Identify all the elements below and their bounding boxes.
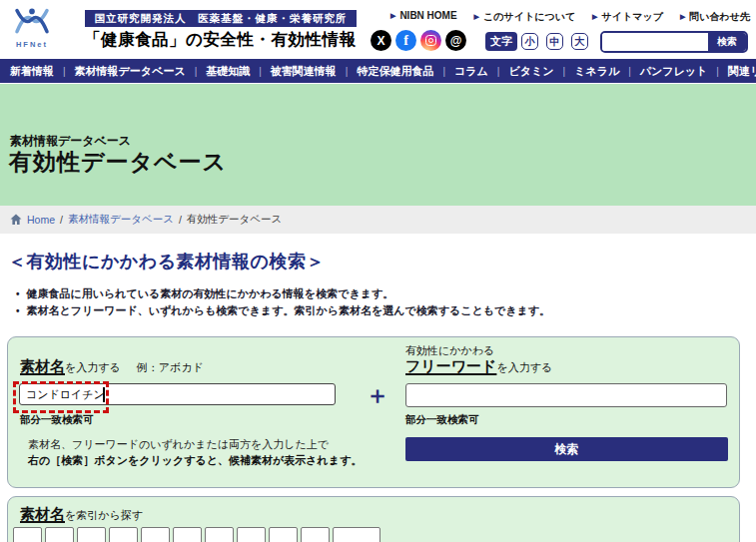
breadcrumb-link-0[interactable]: Home — [27, 214, 55, 226]
freeword-input[interactable] — [405, 383, 727, 407]
header-search: 検索 — [600, 31, 748, 53]
top-links: NIBN HOMEこのサイトについてサイトマップ問い合わせ先 — [390, 10, 750, 24]
nav-item-4[interactable]: 特定保健用食品 — [357, 64, 433, 79]
text-caret — [103, 387, 105, 402]
index-cell-0[interactable] — [13, 527, 42, 542]
nav-item-5[interactable]: コラム — [454, 64, 488, 79]
x-icon[interactable]: X — [371, 30, 391, 51]
top-link-0[interactable]: NIBN HOME — [390, 10, 457, 24]
org-banner: 国立研究開発法人 医薬基盤・健康・栄養研究所 — [85, 10, 357, 27]
search-button[interactable]: 検索 — [405, 437, 728, 461]
page: HFNet 国立研究開発法人 医薬基盤・健康・栄養研究所 「健康食品」の安全性・… — [0, 0, 756, 542]
font-size-label: 文字 — [485, 32, 517, 51]
nav-separator: | — [259, 66, 262, 77]
index-cell-5[interactable] — [173, 527, 202, 542]
index-cell-8[interactable] — [269, 527, 298, 542]
intro-bullets: 健康食品に用いられている素材の有効性にかかわる情報を検索できます。素材名とフリー… — [16, 285, 550, 319]
nav-separator: | — [346, 66, 349, 77]
camera-glyph — [425, 35, 436, 46]
social-icons: Xf@ — [371, 30, 466, 51]
index-cell-3[interactable] — [109, 527, 138, 542]
index-cell-4[interactable] — [141, 527, 170, 542]
nav-separator: | — [716, 66, 719, 77]
page-title: 有効性データベース — [9, 147, 227, 178]
site-logo[interactable]: HFNet — [6, 7, 58, 49]
top-link-2[interactable]: サイトマップ — [592, 10, 663, 24]
nav-item-6[interactable]: ビタミン — [508, 64, 553, 79]
facebook-icon[interactable]: f — [395, 30, 416, 51]
material-name-label: 素材名を入力する例：アボカド — [20, 357, 204, 376]
intro-bullet: 健康食品に用いられている素材の有効性にかかわる情報を検索できます。 — [16, 285, 550, 302]
nav-separator: | — [497, 66, 500, 77]
nav-item-3[interactable]: 被害関連情報 — [271, 64, 337, 79]
hfnet-logo-icon — [9, 7, 55, 37]
logo-text: HFNet — [6, 40, 58, 49]
instruction-line-1: 素材名、フリーワードのいずれかまたは両方を入力した上で — [28, 437, 329, 452]
instruction-line-2: 右の［検索］ボタンをクリックすると、候補素材が表示されます。 — [28, 453, 362, 468]
index-cell-2[interactable] — [77, 527, 106, 542]
hero-banner: 素材情報データベース 有効性データベース — [0, 84, 756, 206]
font-size-button-0[interactable]: 小 — [521, 33, 538, 50]
nav-item-8[interactable]: パンフレット — [640, 64, 708, 79]
font-size-button-2[interactable]: 大 — [571, 33, 588, 50]
freeword-pre-label: 有効性にかかわる — [405, 343, 494, 358]
breadcrumb: Home/素材情報データベース/有効性データベース — [0, 206, 756, 234]
breadcrumb-separator: / — [179, 214, 182, 226]
nav-separator: | — [442, 66, 445, 77]
top-link-1[interactable]: このサイトについて — [474, 10, 576, 24]
home-icon — [10, 214, 22, 226]
nav-item-9[interactable]: 関連リンク — [728, 64, 756, 79]
index-cell-10[interactable] — [333, 527, 380, 542]
threads-icon[interactable]: @ — [445, 30, 466, 51]
nav-separator: | — [563, 66, 566, 77]
top-link-3[interactable]: 問い合わせ先 — [680, 10, 750, 24]
index-cell-6[interactable] — [205, 527, 234, 542]
font-size-button-1[interactable]: 中 — [546, 33, 563, 50]
index-cell-7[interactable] — [237, 527, 266, 542]
instagram-icon[interactable] — [420, 30, 441, 51]
breadcrumb-separator: / — [60, 214, 63, 226]
index-panel: 素材名を索引から探す — [7, 496, 740, 542]
header-search-button[interactable]: 検索 — [708, 33, 746, 51]
nav-item-0[interactable]: 新着情報 — [10, 64, 54, 79]
plus-sign: ＋ — [366, 379, 389, 411]
material-name-input[interactable] — [19, 383, 336, 405]
nav-separator: | — [63, 66, 66, 77]
section-heading: ＜有効性にかかわる素材情報の検索＞ — [8, 250, 325, 273]
index-label: 素材名を索引から探す — [20, 505, 143, 524]
main-nav: 新着情報|素材情報データベース|基礎知識|被害関連情報|特定保健用食品|コラム|… — [0, 59, 756, 83]
nav-item-1[interactable]: 素材情報データベース — [75, 64, 186, 79]
breadcrumb-current: 有効性データベース — [187, 213, 282, 227]
material-example: 例：アボカド — [137, 361, 204, 373]
breadcrumb-link-1[interactable]: 素材情報データベース — [68, 213, 174, 227]
partial-match-note-material: 部分一致検索可 — [20, 413, 94, 427]
nav-separator: | — [628, 66, 631, 77]
site-title: 「健康食品」の安全性・有効性情報 — [84, 29, 356, 51]
index-cell-9[interactable] — [301, 527, 330, 542]
nav-item-7[interactable]: ミネラル — [574, 64, 619, 79]
index-cells — [13, 527, 380, 542]
partial-match-note-freeword: 部分一致検索可 — [405, 413, 479, 427]
intro-bullet: 素材名とフリーワード、いずれからも検索できます。索引から素材名を選んで検索するこ… — [16, 302, 550, 319]
index-cell-1[interactable] — [45, 527, 74, 542]
header-search-input[interactable] — [602, 33, 708, 51]
nav-separator: | — [195, 66, 198, 77]
font-size-buttons: 小中大 — [521, 33, 588, 50]
search-panel: 素材名を入力する例：アボカド 部分一致検索可 素材名、フリーワードのいずれかまた… — [7, 336, 740, 488]
freeword-label: フリーワードを入力する — [405, 357, 552, 376]
nav-item-2[interactable]: 基礎知識 — [206, 64, 250, 79]
